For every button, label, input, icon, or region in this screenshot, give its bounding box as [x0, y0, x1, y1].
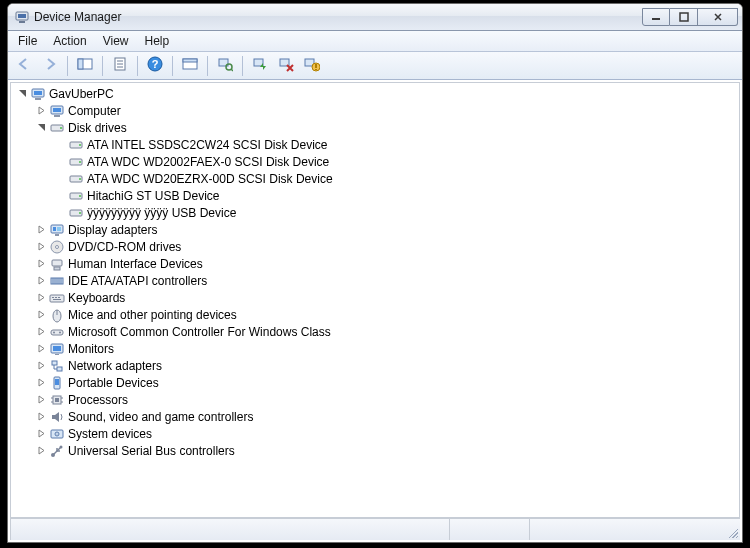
app-icon — [14, 9, 30, 25]
update-driver-button[interactable] — [248, 55, 272, 77]
tree-node[interactable]: Monitors — [11, 340, 739, 357]
show-hide-tree-button[interactable] — [73, 55, 97, 77]
update-icon — [252, 56, 268, 75]
disk-icon — [68, 171, 84, 187]
disable-icon — [304, 56, 320, 75]
expand-icon[interactable] — [34, 240, 48, 254]
tree-node[interactable]: Sound, video and game controllers — [11, 408, 739, 425]
expand-icon[interactable] — [34, 104, 48, 118]
portable-icon — [49, 375, 65, 391]
svg-point-41 — [79, 212, 81, 214]
tree-node[interactable]: DVD/CD-ROM drives — [11, 238, 739, 255]
expand-icon[interactable] — [34, 274, 48, 288]
menu-help[interactable]: Help — [137, 31, 178, 51]
menubar: File Action View Help — [8, 31, 742, 52]
tree-node[interactable]: Network adapters — [11, 357, 739, 374]
svg-point-33 — [79, 144, 81, 146]
svg-point-37 — [79, 178, 81, 180]
svg-rect-74 — [55, 398, 59, 402]
tree-node[interactable]: Disk drives — [11, 119, 739, 136]
svg-rect-45 — [55, 234, 59, 236]
menu-action[interactable]: Action — [45, 31, 94, 51]
expand-icon[interactable] — [34, 376, 48, 390]
collapse-icon[interactable] — [34, 121, 48, 135]
tree-node[interactable]: Microsoft Common Controller For Windows … — [11, 323, 739, 340]
expand-icon[interactable] — [34, 410, 48, 424]
tree-node[interactable]: ATA INTEL SSDSC2CW24 SCSI Disk Device — [11, 136, 739, 153]
tree-node[interactable]: GavUberPC — [11, 85, 739, 102]
tree-node-label: IDE ATA/ATAPI controllers — [68, 274, 207, 288]
svg-point-39 — [79, 195, 81, 197]
close-icon — [713, 12, 723, 22]
action-button[interactable] — [178, 55, 202, 77]
sound-icon — [49, 409, 65, 425]
tree-node[interactable]: Universal Serial Bus controllers — [11, 442, 739, 459]
svg-rect-57 — [52, 297, 54, 298]
tree-node[interactable]: Portable Devices — [11, 374, 739, 391]
close-button[interactable] — [698, 8, 738, 26]
titlebar[interactable]: Device Manager — [8, 4, 742, 31]
svg-rect-49 — [54, 267, 60, 270]
svg-rect-6 — [78, 59, 83, 69]
keyboard-icon — [49, 290, 65, 306]
svg-rect-68 — [55, 354, 59, 355]
menu-view[interactable]: View — [95, 31, 137, 51]
statusbar — [10, 518, 740, 540]
collapse-icon[interactable] — [15, 87, 29, 101]
tree-node-label: GavUberPC — [49, 87, 114, 101]
svg-rect-14 — [183, 59, 197, 62]
tree-node-label: DVD/CD-ROM drives — [68, 240, 181, 254]
network-icon — [49, 358, 65, 374]
tree-node-label: System devices — [68, 427, 152, 441]
tree-node-label: Display adapters — [68, 223, 157, 237]
svg-point-81 — [57, 433, 58, 434]
svg-rect-58 — [55, 297, 57, 298]
expand-icon[interactable] — [34, 308, 48, 322]
tree-node[interactable]: System devices — [11, 425, 739, 442]
tree-node-label: ATA WDC WD20EZRX-00D SCSI Disk Device — [87, 172, 333, 186]
toolbar-separator — [207, 56, 208, 76]
tree-node[interactable]: Human Interface Devices — [11, 255, 739, 272]
svg-line-17 — [231, 69, 233, 71]
tree-node[interactable]: Computer — [11, 102, 739, 119]
help-button[interactable]: ? — [143, 55, 167, 77]
system-icon — [49, 426, 65, 442]
maximize-icon — [679, 12, 689, 22]
scan-hardware-button[interactable] — [213, 55, 237, 77]
expand-icon[interactable] — [34, 359, 48, 373]
device-tree[interactable]: GavUberPCComputerDisk drivesATA INTEL SS… — [10, 82, 740, 518]
expand-icon[interactable] — [34, 291, 48, 305]
tree-node[interactable]: Processors — [11, 391, 739, 408]
minimize-icon — [651, 12, 661, 22]
disk-icon — [68, 205, 84, 221]
tree-node[interactable]: Mice and other pointing devices — [11, 306, 739, 323]
maximize-button[interactable] — [670, 8, 698, 26]
expand-icon[interactable] — [34, 257, 48, 271]
expand-icon[interactable] — [34, 444, 48, 458]
tree-node[interactable]: ATA WDC WD20EZRX-00D SCSI Disk Device — [11, 170, 739, 187]
tree-node[interactable]: IDE ATA/ATAPI controllers — [11, 272, 739, 289]
expand-icon[interactable] — [34, 393, 48, 407]
tree-node[interactable]: Display adapters — [11, 221, 739, 238]
properties-button[interactable] — [108, 55, 132, 77]
expand-icon[interactable] — [34, 325, 48, 339]
uninstall-button[interactable] — [274, 55, 298, 77]
back-button[interactable] — [12, 55, 36, 77]
tree-node-label: Microsoft Common Controller For Windows … — [68, 325, 331, 339]
forward-button[interactable] — [38, 55, 62, 77]
minimize-button[interactable] — [642, 8, 670, 26]
expand-icon[interactable] — [34, 223, 48, 237]
tree-node-label: Sound, video and game controllers — [68, 410, 253, 424]
expand-icon[interactable] — [34, 342, 48, 356]
tree-node[interactable]: Keyboards — [11, 289, 739, 306]
menu-file[interactable]: File — [10, 31, 45, 51]
disable-button[interactable] — [300, 55, 324, 77]
tree-node[interactable]: ATA WDC WD2002FAEX-0 SCSI Disk Device — [11, 153, 739, 170]
tree-node[interactable]: HitachiG ST USB Device — [11, 187, 739, 204]
disk-icon — [68, 188, 84, 204]
tree-node[interactable]: ÿÿÿÿÿÿÿÿÿ ÿÿÿÿ USB Device — [11, 204, 739, 221]
resize-grip-icon[interactable] — [726, 526, 738, 538]
expand-icon[interactable] — [34, 427, 48, 441]
expander-spacer — [53, 155, 67, 169]
tree-node-label: Processors — [68, 393, 128, 407]
